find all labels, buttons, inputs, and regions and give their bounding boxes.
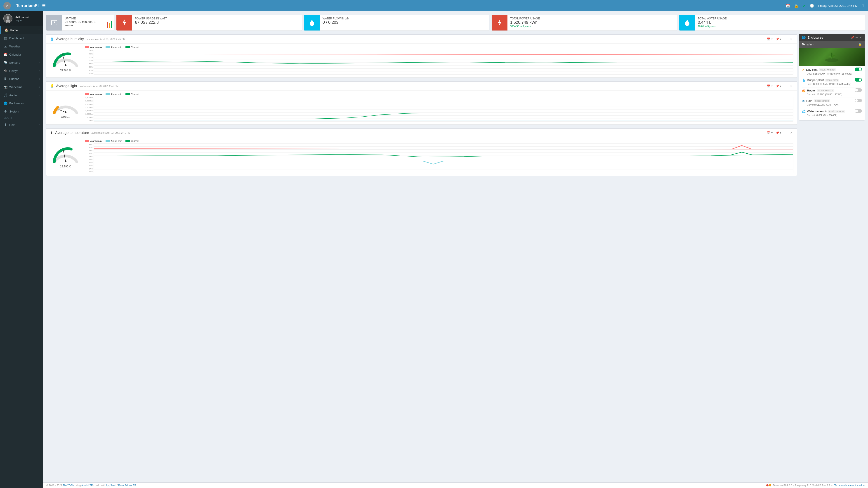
temperature-minimize-btn[interactable]: — <box>783 131 788 135</box>
temperature-chart-area: Alarm max Alarm min Current <box>85 140 794 173</box>
humidity-last-update: Last update: April 23, 2021 2:45 PM <box>86 38 125 40</box>
dashboard-icon: ▦ <box>3 36 7 40</box>
audio-label: Audio <box>9 94 37 97</box>
water-res-toggle[interactable] <box>855 109 862 113</box>
sidebar-item-sensors[interactable]: 📡 Sensors ‹ <box>0 59 43 67</box>
adminlte-link[interactable]: AdminLTE <box>81 484 93 487</box>
temperature-close-btn[interactable]: ✕ <box>789 131 794 135</box>
humidity-minimize-btn[interactable]: — <box>783 37 788 41</box>
temperature-pin-btn[interactable]: 📌 ▾ <box>775 131 782 135</box>
rain-icon: 🌧 <box>802 99 805 103</box>
alarm-min-color <box>105 46 110 48</box>
uptime-bar-1 <box>107 22 108 28</box>
help-arrow: ‹ <box>39 124 39 126</box>
temp-legend-current: Current <box>125 140 139 142</box>
rain-value: 61.93% (60% - 70%) <box>816 103 839 106</box>
svg-point-1 <box>6 20 10 22</box>
enclosures-minimize-btn[interactable]: — <box>856 36 858 39</box>
humidity-y-axis: 75% 70% 65% 60% 55% 50% 45% 40% <box>85 50 93 74</box>
hamburger-icon[interactable]: ☰ <box>42 3 46 8</box>
daylight-mode: mode: weather <box>819 68 836 71</box>
enc-item-dripper: 💧 Dripper plant mode: timer Low: 12:00:0… <box>802 78 862 86</box>
light-alarm-min-color <box>105 93 110 95</box>
temperature-y-axis: 32 C 30 C 28 C 26 C 24 C 22 C 20 C 19 C <box>85 143 93 173</box>
light-close-btn[interactable]: ✕ <box>789 84 794 88</box>
main-content: Up time 23 hours, 19 minutes, 1 second <box>43 11 868 488</box>
appseed-link[interactable]: AppSeed <box>106 484 116 487</box>
light-y-axis: 3,500 lux 3,000 lux 2,500 lux 2,000 lux … <box>85 97 93 122</box>
total-power-sub: $334.56 in 3 years <box>510 25 674 28</box>
logout-link[interactable]: Logout <box>15 19 31 22</box>
sidebar-item-dashboard[interactable]: ▦ Dashboard <box>0 34 43 42</box>
uptime-bar-2 <box>109 23 110 28</box>
temp-current-color <box>125 140 130 142</box>
humidity-chart-svg <box>94 50 794 74</box>
daylight-name: Day light <box>806 68 817 71</box>
navbar-left: A TerrariumPI ☰ <box>3 2 46 9</box>
power-icon <box>116 15 132 31</box>
sidebar-item-enclosures[interactable]: 🌐 Enclosures ‹ <box>0 99 43 107</box>
calendar-icon[interactable]: 📅 <box>785 4 790 8</box>
panel-humidity: 💧 Average humidity Last update: April 23… <box>46 34 797 77</box>
enc-item-heater-header: 🔥 Heater mode: sensors <box>802 88 862 93</box>
info-box-power: Power usage in Watt 67.05 / 222.8 <box>116 15 302 31</box>
heater-name: Heater <box>807 89 816 92</box>
temperature-gauge-svg <box>51 145 80 163</box>
light-gauge-svg <box>51 96 80 114</box>
uptime-bar-3 <box>111 21 112 28</box>
panel-humidity-title: 💧 Average humidity Last update: April 23… <box>50 37 125 41</box>
humidity-icon: 💧 <box>50 37 54 41</box>
light-pin-btn[interactable]: 📌 ▾ <box>775 84 782 88</box>
sidebar-item-weather[interactable]: ☁ Weather <box>0 42 43 51</box>
footer-dot-red <box>766 484 769 486</box>
sidebar-item-help[interactable]: ℹ Help ‹ <box>0 121 43 129</box>
copyright: © 2016 - 2021 <box>46 484 62 487</box>
water-content: Water flow in L/m 0 / 0.203 <box>320 15 489 31</box>
relays-arrow: ‹ <box>39 70 39 72</box>
temperature-calendar-btn[interactable]: 📅 ▾ <box>766 131 773 135</box>
humidity-chart-svg-container <box>94 50 794 75</box>
enclosures-header-tools: 📌 — ✕ <box>851 36 862 39</box>
panel-temperature-body: 23.795 C Alarm max <box>46 137 797 176</box>
audio-icon: 🎵 <box>3 93 7 97</box>
sidebar-item-system[interactable]: ⚙ System ‹ <box>0 107 43 116</box>
sidebar-item-relays[interactable]: 🔌 Relays ‹ <box>0 67 43 75</box>
enclosures-close-btn[interactable]: ✕ <box>860 36 862 39</box>
light-gauge-value: 615 lux <box>50 116 81 119</box>
rain-toggle[interactable] <box>855 99 862 103</box>
enclosures-label: Enclosures <box>9 102 37 105</box>
terrarium-header: Terrarium 🔒 <box>799 41 865 48</box>
enclosures-pin-btn[interactable]: 📌 <box>851 36 854 39</box>
humidity-close-btn[interactable]: ✕ <box>789 37 794 41</box>
heater-toggle[interactable] <box>855 88 862 93</box>
temperature-title-text: Average temperature <box>55 131 89 135</box>
humidity-gauge-svg <box>51 49 80 67</box>
daylight-toggle[interactable] <box>855 68 862 72</box>
dripper-icon: 💧 <box>802 78 806 82</box>
system-label: System <box>9 110 37 113</box>
panel-light-tools: 📅 ▾ 📌 ▾ — ✕ <box>766 84 794 88</box>
sensors-label: Sensors <box>9 61 37 64</box>
sidebar-item-audio[interactable]: 🎵 Audio ‹ <box>0 91 43 99</box>
power-title: Power usage in Watt <box>135 17 167 20</box>
light-minimize-btn[interactable]: — <box>783 84 788 88</box>
grid-icon[interactable]: ⊞ <box>862 4 865 8</box>
humidity-pin-btn[interactable]: 📌 ▾ <box>775 37 782 41</box>
sidebar-item-home[interactable]: 🏠 Home ▾ <box>0 26 43 34</box>
lock-icon[interactable]: 🔒 <box>794 4 799 8</box>
check-icon[interactable]: ✔ <box>803 4 806 8</box>
home-automation-link[interactable]: Terrarium home automation <box>834 484 865 487</box>
light-calendar-btn[interactable]: 📅 ▾ <box>766 84 773 88</box>
author-link[interactable]: TheYOSH <box>63 484 74 487</box>
sidebar-item-webcams[interactable]: 📷 Webcams ‹ <box>0 83 43 91</box>
humidity-calendar-btn[interactable]: 📅 ▾ <box>766 37 773 41</box>
sidebar-item-buttons[interactable]: 🎛 Buttons ‹ <box>0 75 43 83</box>
rain-mode: mode: sensors <box>814 99 831 102</box>
weather-label: Weather <box>9 45 39 48</box>
dripper-toggle[interactable] <box>855 78 862 82</box>
enc-item-daylight: ☀ Day light mode: weather Day: 6:15:30 A… <box>802 68 862 75</box>
sidebar-item-calendar[interactable]: 📅 Calendar <box>0 51 43 59</box>
flask-admin-link[interactable]: Flask AdminLTE <box>118 484 136 487</box>
enclosures-header-left: 🌐 Enclosures <box>802 36 823 39</box>
enc-divider-1 <box>802 77 862 77</box>
